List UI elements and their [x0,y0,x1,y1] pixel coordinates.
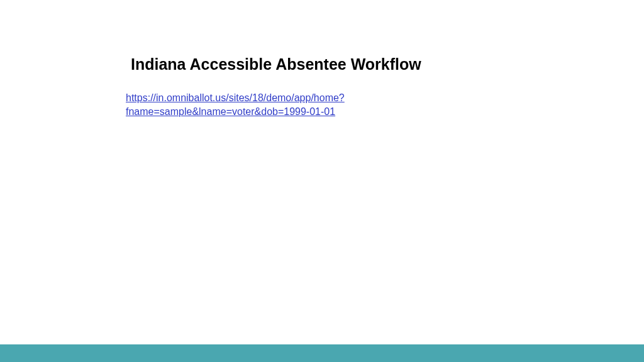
bottom-accent-bar [0,344,644,362]
slide-content: Indiana Accessible Absentee Workflow htt… [126,55,516,119]
slide-title: Indiana Accessible Absentee Workflow [126,55,516,74]
demo-url-link[interactable]: https://in.omniballot.us/sites/18/demo/a… [126,91,465,119]
